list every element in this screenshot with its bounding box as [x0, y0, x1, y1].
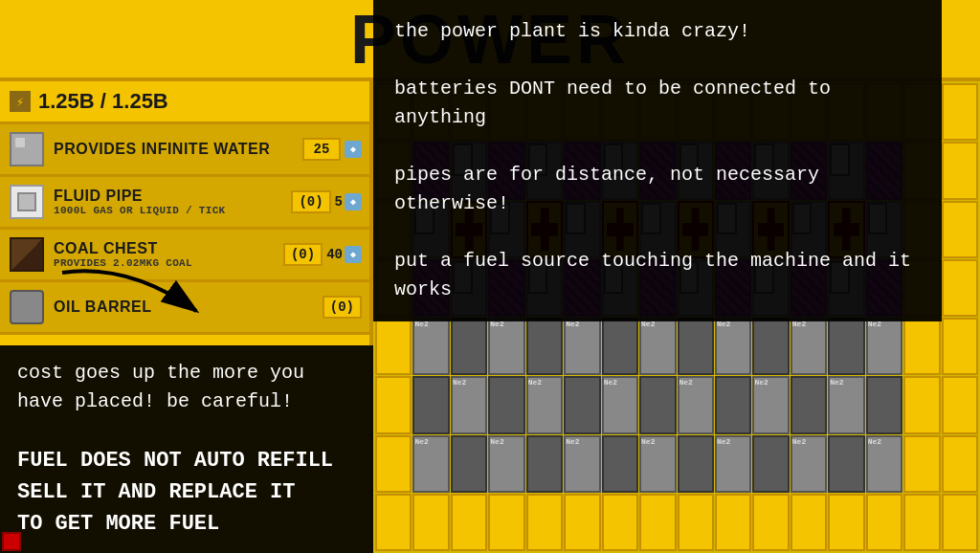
item-icon-coal: [8, 235, 46, 274]
item-row-fluid-pipe[interactable]: FLUID PIPE 1000L GAS OR LIQUID / TICK (0…: [0, 177, 369, 230]
grid-cell: [375, 376, 412, 433]
grid-cell: [828, 494, 864, 551]
item-info-coal: COAL CHEST PROVIDES 2.02MKG COAL: [54, 240, 276, 269]
grid-cell: [639, 494, 676, 551]
item-row-infinite-water[interactable]: PROVIDES INFINITE WATER 25 ◆: [0, 124, 369, 177]
item-name-pipe: FLUID PIPE: [54, 188, 283, 205]
grid-cell: Ne2: [828, 376, 864, 433]
item-cost-coal: 40 ◆: [326, 246, 362, 263]
gem-icon-pipe: ◆: [345, 193, 362, 210]
grid-cell: [715, 376, 751, 433]
grid-cell: [942, 494, 978, 551]
tooltip-bottom-left: cost goes up the more you have placed! b…: [0, 345, 373, 553]
grid-cell: [828, 435, 864, 493]
item-info-pipe: FLUID PIPE 1000L GAS OR LIQUID / TICK: [54, 188, 283, 216]
grid-cell: [866, 376, 902, 433]
pipe-block-icon: [10, 185, 44, 219]
tooltip-line-2: batteries DONT need to be connected to a…: [394, 75, 921, 132]
grid-cell: Ne2: [639, 318, 676, 375]
grid-cell: [903, 376, 940, 433]
grid-cell: [942, 259, 978, 317]
grid-cell: [451, 494, 487, 551]
grid-cell: Ne2: [602, 376, 638, 433]
grid-cell: Ne2: [451, 376, 487, 433]
item-row-coal[interactable]: COAL CHEST PROVIDES 2.02MKG COAL (0) 40 …: [0, 230, 369, 282]
grid-cell: [451, 435, 487, 493]
grid-cell: [752, 318, 789, 375]
grid-cell: [866, 494, 902, 551]
grid-cell: Ne2: [564, 435, 600, 493]
grid-cell: [375, 494, 412, 551]
item-count-coal: (0): [283, 243, 323, 266]
item-name-oil: OIL BARREL: [54, 299, 315, 316]
grid-cell: [903, 494, 940, 551]
grid-cell: Ne2: [639, 435, 676, 493]
grid-cell: Ne2: [678, 376, 714, 433]
tooltip-bl-line-5: TO GET MORE FUEL: [17, 508, 356, 540]
item-icon-water: [8, 130, 46, 168]
grid-cell: [903, 435, 940, 493]
grid-cell: Ne2: [488, 318, 524, 375]
grid-cell: [942, 201, 978, 258]
grid-cell: [451, 318, 487, 375]
tooltip-top: the power plant is kinda crazy! batterie…: [373, 0, 942, 321]
item-row-oil[interactable]: OIL BARREL (0): [0, 282, 369, 335]
item-cost-pipe: 5 ◆: [335, 193, 362, 210]
grid-cell: Ne2: [564, 318, 600, 375]
grid-cell: [412, 376, 449, 433]
item-right-water: 25 ◆: [302, 138, 362, 161]
item-right-oil: (0): [323, 296, 362, 319]
item-count-pipe: (0): [291, 190, 330, 213]
item-info-water: PROVIDES INFINITE WATER: [54, 141, 295, 158]
grid-cell: [412, 494, 449, 551]
grid-cell: Ne2: [715, 435, 751, 493]
grid-cell: [564, 494, 600, 551]
tooltip-line-1: the power plant is kinda crazy!: [394, 17, 921, 46]
grid-cell: [602, 435, 638, 493]
item-right-pipe: (0) 5 ◆: [291, 190, 362, 213]
gem-icon-coal: ◆: [345, 246, 362, 263]
grid-cell: [564, 376, 600, 433]
item-count-water: 25: [302, 138, 341, 161]
item-info-oil: OIL BARREL: [54, 299, 315, 316]
energy-value: 1.25B / 1.25B: [38, 89, 168, 114]
grid-cell: [942, 142, 978, 199]
item-cost-water: ◆: [345, 141, 362, 158]
grid-cell: [639, 376, 676, 433]
grid-cell: [715, 494, 751, 551]
item-icon-pipe: [8, 183, 46, 221]
grid-cell: Ne2: [488, 435, 524, 493]
grid-cell: [678, 435, 714, 493]
energy-icon: ⚡: [10, 91, 31, 112]
grid-cell: [678, 318, 714, 375]
gem-icon: ◆: [345, 141, 362, 158]
grid-cell: Ne2: [752, 376, 789, 433]
coal-block-icon: [10, 237, 44, 272]
grid-cell: [526, 435, 563, 493]
grid-cell: [602, 494, 638, 551]
grid-cell: Ne2: [791, 435, 827, 493]
grid-cell: [942, 376, 978, 433]
water-block-icon: [10, 132, 44, 166]
bottom-left-icon: [2, 532, 21, 551]
grid-cell: [942, 83, 978, 141]
item-right-coal: (0) 40 ◆: [283, 243, 362, 266]
grid-cell: Ne2: [866, 318, 902, 375]
tooltip-bl-line-1: cost goes up the more you: [17, 359, 356, 387]
grid-cell: Ne2: [715, 318, 751, 375]
grid-cell: [828, 318, 864, 375]
item-icon-oil: [8, 288, 46, 326]
grid-cell: [903, 318, 940, 375]
grid-cell: [602, 318, 638, 375]
tooltip-line-3: pipes are for distance, not necessary ot…: [394, 161, 921, 218]
energy-bar: ⚡ 1.25B / 1.25B: [0, 81, 369, 124]
grid-cell: [752, 494, 789, 551]
grid-cell: [375, 435, 412, 493]
grid-cell: [488, 376, 524, 433]
grid-cell: [526, 494, 563, 551]
item-name-water: PROVIDES INFINITE WATER: [54, 141, 295, 158]
tooltip-bl-line-3: FUEL DOES NOT AUTO REFILL: [17, 445, 356, 476]
grid-cell: [375, 318, 412, 375]
grid-cell: [942, 435, 978, 493]
grid-cell: Ne2: [412, 318, 449, 375]
